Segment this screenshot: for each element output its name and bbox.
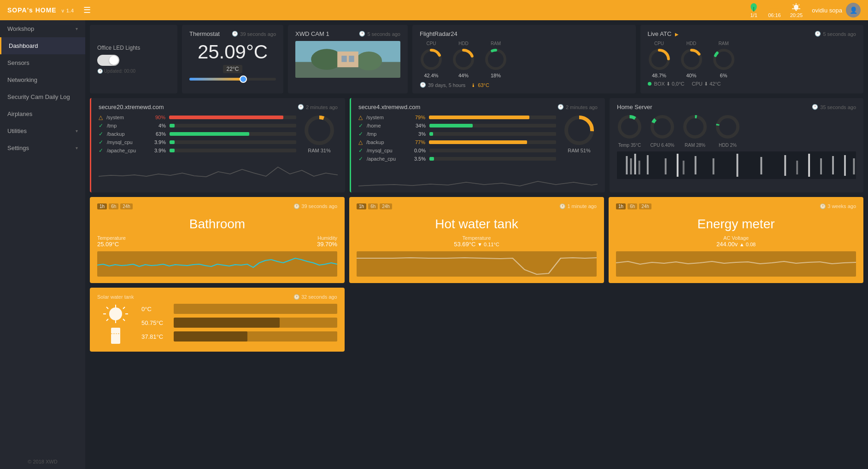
disk-row-3: ✓ /mysql_cpu 3.9% xyxy=(99,139,296,145)
sidebar-item-airplanes[interactable]: Airplanes xyxy=(0,105,85,122)
server2-content: △ /system 79% ✓ /home 34% ✓ /tmp 3 xyxy=(358,114,598,164)
hot-water-chart xyxy=(357,251,597,277)
energy-voltage-value: 244.00v xyxy=(716,241,738,248)
flight-temp: 63°C xyxy=(478,82,489,88)
updated-label: Updated: xyxy=(104,69,123,74)
leaf-icon xyxy=(749,2,759,12)
bathroom-tab-1h[interactable]: 1h xyxy=(97,203,107,209)
svg-line-4 xyxy=(777,6,778,6)
s2-bar-bg-3 xyxy=(429,140,556,144)
hs-time: 🕐 35 seconds ago xyxy=(812,104,856,110)
bathroom-tab-24h[interactable]: 24h xyxy=(120,203,133,209)
hs-hdd-stat: HDD 2% xyxy=(715,114,740,148)
hs-ram-label: RAM 28% xyxy=(682,143,708,148)
flight-hdd-label: HDD xyxy=(452,41,475,46)
hot-water-temp-value: 53.69°C xyxy=(454,241,475,248)
disk-pct-4: 3.9% xyxy=(152,148,166,153)
server1-sparkline xyxy=(99,160,338,179)
solar-title: Solar water tank xyxy=(97,294,134,300)
server1-ram-label: RAM 31% xyxy=(301,148,338,153)
server2-ram-donut xyxy=(563,114,595,146)
server2-header: secure4.xtremewd.com 🕐 2 minutes ago xyxy=(358,104,598,110)
clock-icon-10: 🕐 xyxy=(820,203,826,209)
hot-water-time-value: 1 minute ago xyxy=(567,203,597,209)
s2-bar-bg-5 xyxy=(429,157,556,161)
hot-water-card: 1h 6h 24h 🕐 1 minute ago Hot water tank … xyxy=(349,197,604,283)
energy-meter-card: 1h 6h 24h 🕐 3 weeks ago Energy meter AC … xyxy=(609,197,863,283)
led-toggle[interactable] xyxy=(97,55,119,66)
topbar-right: 1/1 06:16 20:25 xyxy=(749,2,861,18)
sunset-icon xyxy=(791,2,801,12)
hs-temp-stat: Temp 35°C xyxy=(617,114,642,148)
server1-time-value: 2 minutes ago xyxy=(306,104,338,110)
flight-ram-block: RAM 18% xyxy=(484,41,507,78)
solar-sun-svg xyxy=(100,304,132,345)
solar-card: Solar water tank 🕐 32 seconds ago xyxy=(90,288,345,352)
atc-bottom: BOX ⬇ 0,0°C CPU ⬇ 42°C xyxy=(648,81,856,87)
s2-bar-bg-1 xyxy=(429,124,556,127)
sidebar-item-security-cam[interactable]: Security Cam Daily Log xyxy=(0,88,85,105)
sidebar-item-sensors[interactable]: Sensors xyxy=(0,54,85,71)
hot-water-tab-24h[interactable]: 24h xyxy=(380,203,392,209)
hot-water-tab-1h[interactable]: 1h xyxy=(357,203,366,209)
hs-hdd-label: HDD 2% xyxy=(715,143,740,148)
sidebar-item-dashboard[interactable]: Dashboard xyxy=(0,37,85,54)
sidebar-item-workshop[interactable]: Workshop ▾ xyxy=(0,20,85,37)
thermostat-slider[interactable] xyxy=(189,78,276,81)
atc-stats-row: CPU 48.7% HDD xyxy=(648,41,856,78)
flight-ram-label: RAM xyxy=(484,41,507,46)
chevron-down-icon-3: ▾ xyxy=(76,145,78,151)
sidebar: Workshop ▾ Dashboard Sensors Networking … xyxy=(0,20,85,469)
sidebar-label-dashboard: Dashboard xyxy=(9,42,38,49)
s2-disk-pct-0: 79% xyxy=(411,115,425,120)
svg-point-39 xyxy=(685,117,705,137)
hamburger-button[interactable]: ☰ xyxy=(83,5,91,15)
s2-bar-fill-3 xyxy=(429,140,527,144)
solar-temp3: 37.81°C xyxy=(141,333,174,340)
svg-point-23 xyxy=(487,50,505,69)
solar-bar-bg-3 xyxy=(174,331,337,342)
hot-water-tab-6h[interactable]: 6h xyxy=(368,203,378,209)
hs-temp-label: Temp 35°C xyxy=(617,143,642,148)
disk-bar-bg-4 xyxy=(170,149,296,152)
sidebar-item-settings[interactable]: Settings ▾ xyxy=(0,139,85,156)
svg-rect-45 xyxy=(630,158,632,174)
thermostat-slider-fill xyxy=(189,78,241,81)
flight-cpu-label: CPU xyxy=(420,41,443,46)
flight-uptime: 39 days, 5 hours xyxy=(428,82,465,88)
energy-voltage-row: 244.00v ▲ 0.08 xyxy=(616,241,856,248)
green-dot-icon xyxy=(648,82,651,86)
server2-sparkline xyxy=(358,168,598,187)
svg-rect-58 xyxy=(808,154,810,177)
energy-tab-24h[interactable]: 24h xyxy=(639,203,651,209)
svg-rect-59 xyxy=(820,158,822,174)
clock-fraction-widget: 1/1 xyxy=(749,2,759,18)
s2-disk-pct-2: 3% xyxy=(412,131,426,137)
solar-temp-row-3: 37.81°C xyxy=(141,331,337,342)
cam-card: XWD CAM 1 🕐 5 seconds ago xyxy=(288,25,408,93)
energy-title: Energy meter xyxy=(616,209,856,235)
brand-title: SOPA's HOME v 1.4 xyxy=(7,6,74,14)
flight-cpu-block: CPU 42.4% xyxy=(420,41,443,78)
bathroom-tab-6h[interactable]: 6h xyxy=(109,203,118,209)
bathroom-temp-label: Temperature xyxy=(97,235,126,241)
hot-water-time-tabs: 1h 6h 24h xyxy=(357,203,392,209)
hot-water-temp-delta: ▼ 0.11°C xyxy=(477,242,499,247)
sidebar-item-networking[interactable]: Networking xyxy=(0,71,85,88)
atc-hdd-block: HDD 40% xyxy=(680,41,703,78)
disk-bar-fill-4 xyxy=(170,149,175,152)
energy-header: 1h 6h 24h 🕐 3 weeks ago xyxy=(616,203,856,209)
energy-voltage-label: AC Voltage xyxy=(616,235,856,241)
disk-bar-bg-0 xyxy=(169,116,296,119)
solar-temp2: 50.75°C xyxy=(141,319,174,326)
energy-voltage-delta: ▲ 0.08 xyxy=(739,242,756,247)
svg-rect-62 xyxy=(853,158,855,174)
clock-icon-6: 🕐 xyxy=(557,104,564,110)
energy-tab-6h[interactable]: 6h xyxy=(628,203,637,209)
flight-status: 🕐 39 days, 5 hours 🌡 63°C xyxy=(420,82,628,88)
thermostat-setpoint: 22°C xyxy=(223,65,243,73)
energy-tab-1h[interactable]: 1h xyxy=(616,203,626,209)
flight-title: FlightRadar24 xyxy=(420,30,457,37)
sidebar-item-utilities[interactable]: Utilities ▾ xyxy=(0,122,85,139)
disk-pct-3: 3.9% xyxy=(152,139,166,145)
